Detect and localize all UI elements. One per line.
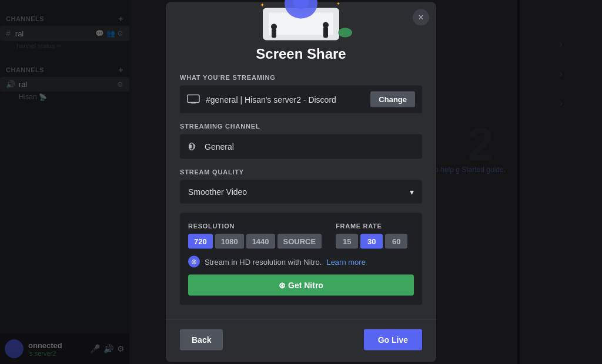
resolution-label: RESOLUTION	[188, 223, 322, 230]
resolution-1080-btn[interactable]: 1080	[215, 234, 244, 249]
resolution-1440-btn[interactable]: 1440	[246, 234, 275, 249]
quality-dropdown[interactable]: Smoother Video ▾	[180, 180, 422, 204]
change-button[interactable]: Change	[370, 92, 415, 107]
quality-settings-panel: RESOLUTION 720 1080 1440 SOURCE FRAME RA…	[180, 213, 422, 305]
modal-body: Screen Share WHAT YOU'RE STREAMING #gene…	[166, 46, 436, 319]
svg-rect-15	[189, 145, 192, 149]
modal-title: Screen Share	[180, 46, 422, 62]
go-live-button[interactable]: Go Live	[364, 329, 422, 350]
monitor-icon	[187, 95, 200, 105]
back-button[interactable]: Back	[180, 329, 223, 350]
channel-box: General	[180, 134, 422, 159]
channel-section-label: STREAMING CHANNEL	[180, 123, 422, 130]
resolution-group: RESOLUTION 720 1080 1440 SOURCE	[188, 223, 322, 249]
svg-rect-11	[188, 95, 199, 103]
streaming-source-left: #general | Hisan's server2 - Discord	[187, 95, 336, 105]
channel-name: General	[205, 142, 234, 151]
resolution-source-btn[interactable]: SOURCE	[277, 234, 322, 249]
svg-rect-4	[272, 29, 276, 38]
svg-text:✦: ✦	[260, 2, 265, 8]
nitro-learn-more-link[interactable]: Learn more	[326, 257, 365, 266]
nitro-button-label: ⊛ Get Nitro	[279, 281, 323, 290]
nitro-icon: ⊛	[188, 256, 200, 268]
framerate-60-btn[interactable]: 60	[385, 234, 407, 249]
framerate-group: FRAME RATE 15 30 60	[336, 223, 414, 249]
resolution-btn-group: 720 1080 1440 SOURCE	[188, 234, 322, 249]
quality-selected-label: Smoother Video	[188, 187, 247, 197]
speaker-icon	[188, 141, 199, 152]
close-icon: ×	[418, 12, 423, 23]
streaming-section-label: WHAT YOU'RE STREAMING	[180, 74, 422, 81]
get-nitro-button[interactable]: ⊛ Get Nitro	[188, 275, 414, 296]
svg-point-5	[271, 24, 277, 30]
quality-options-row: RESOLUTION 720 1080 1440 SOURCE FRAME RA…	[188, 223, 414, 249]
svg-text:✦: ✦	[336, 1, 340, 6]
framerate-label: FRAME RATE	[336, 223, 414, 230]
svg-rect-6	[323, 27, 328, 38]
modal-header-art: ✦ ✦	[166, 0, 436, 43]
framerate-btn-group: 15 30 60	[336, 234, 414, 249]
header-illustration-svg: ✦ ✦	[236, 0, 366, 43]
quality-section-label: STREAM QUALITY	[180, 168, 422, 176]
modal-footer: Back Go Live	[166, 319, 436, 362]
streaming-source-box: #general | Hisan's server2 - Discord Cha…	[180, 86, 422, 113]
streaming-source-text: #general | Hisan's server2 - Discord	[206, 95, 336, 104]
nitro-text: Stream in HD resolution with Nitro.	[205, 257, 322, 266]
chevron-down-icon: ▾	[410, 187, 414, 197]
close-button[interactable]: ×	[413, 9, 429, 26]
framerate-30-btn[interactable]: 30	[360, 234, 383, 249]
screen-share-modal: ✦ ✦ × Screen Share WHAT YOU'RE STREAMING…	[166, 2, 436, 362]
nitro-info-row: ⊛ Stream in HD resolution with Nitro. Le…	[188, 256, 414, 268]
svg-point-7	[323, 22, 329, 28]
framerate-15-btn[interactable]: 15	[336, 234, 358, 249]
svg-point-8	[338, 28, 352, 38]
resolution-720-btn[interactable]: 720	[188, 234, 213, 249]
